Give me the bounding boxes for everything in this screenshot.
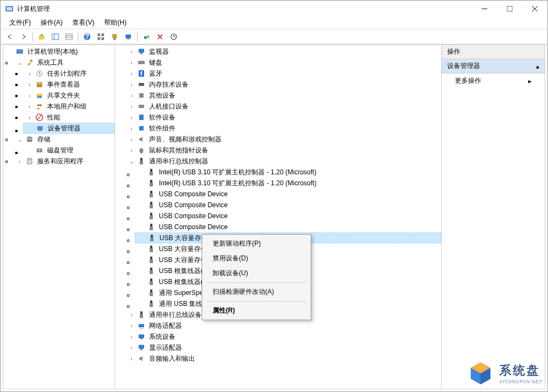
chevron-down-icon[interactable]: ⌄ bbox=[15, 58, 24, 67]
tree-performance[interactable]: ›性能 bbox=[23, 112, 115, 123]
tree-event-viewer[interactable]: ›事件查看器 bbox=[23, 79, 115, 90]
dev-hid[interactable]: ›人机接口设备 bbox=[125, 101, 441, 112]
chevron-right-icon[interactable]: › bbox=[25, 102, 34, 111]
dev-mouse[interactable]: ›鼠标和其他指针设备 bbox=[125, 145, 441, 156]
chevron-right-icon[interactable]: › bbox=[25, 91, 34, 100]
svg-rect-21 bbox=[127, 38, 129, 39]
usb-icon bbox=[137, 157, 146, 166]
tree-local-users[interactable]: ›本地用户和组 bbox=[23, 101, 115, 112]
ctx-update-driver[interactable]: 更新驱动程序(P) bbox=[204, 236, 309, 251]
dev-usb-controllers[interactable]: ⌄通用串行总线控制器 bbox=[125, 156, 441, 167]
context-menu: 更新驱动程序(P) 禁用设备(D) 卸载设备(U) 扫描检测硬件改动(A) 属性… bbox=[202, 234, 311, 320]
list-icon[interactable] bbox=[63, 31, 75, 43]
svg-rect-30 bbox=[37, 83, 42, 84]
computer-icon[interactable] bbox=[122, 31, 134, 43]
svg-rect-53 bbox=[141, 83, 142, 86]
ctx-properties[interactable]: 属性(R) bbox=[204, 303, 309, 318]
forward-icon[interactable] bbox=[18, 31, 30, 43]
tree-root[interactable]: 计算机管理(本地) bbox=[3, 46, 115, 57]
dev-usb-composite[interactable]: USB Composite Device bbox=[135, 211, 441, 221]
ctx-uninstall-device[interactable]: 卸载设备(U) bbox=[204, 266, 309, 281]
dev-software-comp[interactable]: ›软件组件 bbox=[125, 123, 441, 134]
actions-more[interactable]: 更多操作 ▸ bbox=[442, 73, 545, 88]
svg-rect-60 bbox=[140, 158, 142, 161]
dev-other[interactable]: ›其他设备 bbox=[125, 90, 441, 101]
dev-usb-intel[interactable]: Intel(R) USB 3.10 可扩展主机控制器 - 1.20 (Micro… bbox=[135, 167, 441, 178]
svg-rect-1 bbox=[7, 7, 12, 10]
chevron-right-icon[interactable]: › bbox=[25, 69, 34, 78]
chevron-down-icon[interactable]: ⌄ bbox=[15, 135, 24, 144]
menu-action[interactable]: 操作(A) bbox=[36, 17, 67, 29]
menu-help[interactable]: 帮助(H) bbox=[100, 17, 131, 29]
svg-rect-18 bbox=[112, 34, 117, 38]
tree-system-tools[interactable]: ⌄ 系统工具 bbox=[13, 57, 115, 68]
svg-rect-49 bbox=[138, 61, 145, 64]
maximize-button[interactable] bbox=[497, 1, 522, 17]
monitor-icon bbox=[137, 47, 146, 56]
dev-software-dev[interactable]: ›软件设备 bbox=[125, 112, 441, 123]
tree-services-apps[interactable]: ›服务和应用程序 bbox=[13, 156, 115, 167]
usb-plug-icon bbox=[147, 201, 156, 209]
enable-icon[interactable] bbox=[140, 31, 152, 43]
chevron-right-icon[interactable]: › bbox=[15, 157, 24, 166]
mouse-icon bbox=[137, 146, 146, 155]
ctx-separator bbox=[207, 282, 306, 283]
disable-icon[interactable] bbox=[154, 31, 166, 43]
collapse-icon[interactable]: ▴ bbox=[536, 63, 539, 70]
help-icon[interactable]: ? bbox=[81, 31, 93, 43]
dev-bluetooth[interactable]: ›蓝牙 bbox=[125, 68, 441, 79]
ctx-scan-hardware[interactable]: 扫描检测硬件改动(A) bbox=[204, 285, 309, 299]
minimize-button[interactable] bbox=[472, 1, 497, 17]
menu-view[interactable]: 查看(V) bbox=[68, 17, 99, 29]
up-folder-icon[interactable] bbox=[36, 31, 48, 43]
usb-plug-icon bbox=[147, 299, 156, 308]
svg-rect-93 bbox=[140, 338, 142, 339]
scan-icon[interactable] bbox=[168, 31, 180, 43]
svg-rect-58 bbox=[139, 126, 144, 130]
dev-sound[interactable]: ›声音、视频和游戏控制器 bbox=[125, 134, 441, 145]
dev-display[interactable]: ›显示适配器 bbox=[125, 342, 441, 353]
tree-shared-folders[interactable]: ›共享文件夹 bbox=[23, 90, 115, 101]
tree-storage[interactable]: ⌄ 存储 bbox=[13, 134, 115, 145]
svg-rect-66 bbox=[150, 191, 152, 194]
back-icon[interactable] bbox=[4, 31, 16, 43]
tree-task-scheduler[interactable]: ›任务计划程序 bbox=[23, 68, 115, 79]
tree-device-manager[interactable]: 设备管理器 bbox=[23, 123, 115, 134]
dev-memory[interactable]: ›内存技术设备 bbox=[125, 79, 441, 90]
actions-section[interactable]: 设备管理器 ▴ bbox=[442, 59, 545, 73]
dev-monitor[interactable]: ›监视器 bbox=[125, 46, 441, 57]
component-icon bbox=[137, 124, 146, 133]
left-tree-pane: 计算机管理(本地) ⌄ 系统工具 ›任务计划程序 ›事件查看器 bbox=[3, 45, 115, 389]
dev-usb-composite[interactable]: USB Composite Device bbox=[135, 221, 441, 232]
memory-icon bbox=[137, 80, 146, 89]
keyboard-icon bbox=[137, 58, 146, 67]
dev-keyboard[interactable]: ›键盘 bbox=[125, 57, 441, 68]
sound-icon bbox=[137, 135, 146, 144]
shared-folder-icon bbox=[35, 91, 44, 100]
dev-network[interactable]: ›网络适配器 bbox=[125, 320, 441, 331]
chevron-right-icon[interactable]: › bbox=[25, 113, 34, 122]
chevron-right-icon[interactable]: › bbox=[25, 80, 34, 89]
ctx-disable-device[interactable]: 禁用设备(D) bbox=[204, 251, 309, 266]
tree-disk-mgmt[interactable]: 磁盘管理 bbox=[23, 145, 115, 156]
software-icon bbox=[137, 113, 146, 122]
dev-system[interactable]: ›系统设备 bbox=[125, 331, 441, 342]
svg-rect-95 bbox=[140, 349, 142, 350]
window-root: 计算机管理 文件(F) 操作(A) 查看(V) 帮助(H) ? bbox=[0, 0, 548, 392]
menu-file[interactable]: 文件(F) bbox=[5, 17, 35, 29]
dev-usb-composite[interactable]: USB Composite Device bbox=[135, 189, 441, 200]
svg-rect-70 bbox=[150, 213, 152, 215]
svg-rect-85 bbox=[150, 292, 153, 296]
display-icon bbox=[137, 343, 146, 352]
device-icon[interactable] bbox=[109, 31, 121, 43]
app-icon bbox=[5, 4, 14, 13]
grid-icon[interactable] bbox=[95, 31, 107, 43]
dev-usb-intel[interactable]: Intel(R) USB 3.10 可扩展主机控制器 - 1.20 (Micro… bbox=[135, 178, 441, 189]
svg-point-27 bbox=[30, 60, 33, 63]
usb-plug-icon bbox=[147, 245, 156, 253]
dev-audio-io[interactable]: ›音频输入和输出 bbox=[125, 353, 441, 364]
panel-icon[interactable] bbox=[49, 31, 61, 43]
svg-rect-52 bbox=[139, 83, 140, 86]
dev-usb-composite[interactable]: USB Composite Device bbox=[135, 200, 441, 211]
close-button[interactable] bbox=[522, 1, 547, 17]
